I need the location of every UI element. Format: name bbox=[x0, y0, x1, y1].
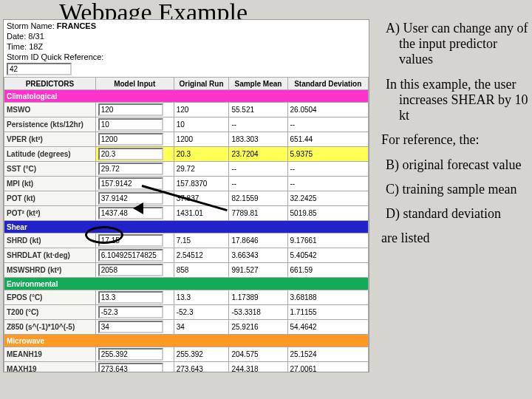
predictor-input[interactable] bbox=[98, 291, 163, 304]
predictor-value: -- bbox=[229, 117, 287, 132]
predictor-input[interactable] bbox=[98, 363, 163, 372]
predictor-input[interactable] bbox=[98, 103, 163, 116]
predictor-value: 1200 bbox=[174, 132, 229, 147]
table-row: SHRD (kt)7.1517.86469.17661 bbox=[4, 233, 369, 248]
predictor-name: Z850 (s^(-1)*10^(-5) bbox=[4, 320, 96, 335]
col-predictors: PREDICTORS bbox=[4, 78, 96, 90]
bullet-a: A) User can change any of the input pred… bbox=[375, 21, 529, 68]
table-row: Latitude (degrees)20.323.72045.9375 bbox=[4, 147, 369, 162]
predictor-value: 29.72 bbox=[174, 162, 229, 177]
predictor-value: 5.40542 bbox=[287, 248, 368, 263]
predictor-value: 32.2425 bbox=[287, 191, 368, 206]
predictor-value: -52.3 bbox=[174, 305, 229, 320]
predictor-value: 23.7204 bbox=[229, 147, 287, 162]
section-shear: Shear bbox=[4, 221, 369, 233]
bullet-example: In this example, the user increases SHEA… bbox=[375, 77, 529, 124]
predictor-table: PREDICTORS Model Input Original Run Samp… bbox=[4, 77, 369, 372]
section-climatological: Climatological bbox=[4, 90, 369, 103]
table-row: Persistence (kts/12hr)10---- bbox=[4, 117, 369, 132]
predictor-name: T200 (°C) bbox=[4, 305, 96, 320]
predictor-value: 244.318 bbox=[229, 362, 287, 373]
predictor-input[interactable] bbox=[98, 192, 163, 205]
predictor-value: -- bbox=[229, 177, 287, 191]
predictor-input[interactable] bbox=[98, 207, 163, 219]
section-micro: Microwave bbox=[4, 335, 369, 347]
col-model-input: Model Input bbox=[95, 78, 174, 90]
predictor-value: 5.9375 bbox=[287, 147, 368, 162]
predictor-value: 991.527 bbox=[229, 263, 287, 278]
predictor-input[interactable] bbox=[98, 148, 163, 160]
table-header-row: PREDICTORS Model Input Original Run Samp… bbox=[4, 78, 369, 90]
time-label: Time: bbox=[7, 42, 27, 51]
table-row: MSWO12055.52126.0504 bbox=[4, 103, 369, 117]
predictor-value: 54.4642 bbox=[287, 320, 368, 335]
predictor-value: 2.54512 bbox=[174, 248, 229, 263]
col-original-run: Original Run bbox=[174, 78, 229, 90]
slide-panel: Webpage Example A B C D Storm Name: FRAN… bbox=[0, 0, 532, 399]
predictor-input[interactable] bbox=[98, 306, 163, 318]
predictor-input[interactable] bbox=[98, 118, 163, 131]
predictor-value: -53.3318 bbox=[229, 305, 287, 320]
predictor-value: -- bbox=[287, 117, 368, 132]
col-sample-mean: Sample Mean bbox=[229, 78, 287, 90]
table-row: MAXH19273.643244.31827.0061 bbox=[4, 362, 369, 373]
predictor-name: SHRD (kt) bbox=[4, 233, 96, 248]
predictor-name: SST (°C) bbox=[4, 162, 96, 177]
predictor-name: Latitude (degrees) bbox=[4, 147, 96, 162]
predictor-name: MSWSHRD (kt²) bbox=[4, 263, 96, 278]
predictor-name: MEANH19 bbox=[4, 347, 96, 362]
predictor-value: 9.17661 bbox=[287, 233, 368, 248]
predictor-value: 255.392 bbox=[174, 347, 229, 362]
storm-name-value: FRANCES bbox=[57, 21, 96, 30]
table-row: VPER (kt²)1200183.303651.44 bbox=[4, 132, 369, 147]
predictor-value: 25.9216 bbox=[229, 320, 287, 335]
col-std-dev: Standard Deviation bbox=[287, 78, 368, 90]
table-row: EPOS (°C)13.31.173893.68188 bbox=[4, 290, 369, 305]
predictor-input[interactable] bbox=[98, 264, 163, 276]
predictor-name: MSWO bbox=[4, 103, 96, 117]
predictor-name: EPOS (°C) bbox=[4, 290, 96, 305]
date-value: 8/31 bbox=[28, 32, 44, 41]
predictor-name: POT² (kt²) bbox=[4, 206, 96, 221]
predictor-name: SHRDLAT (kt·deg) bbox=[4, 248, 96, 263]
date-label: Date: bbox=[7, 32, 26, 41]
predictor-input[interactable] bbox=[98, 249, 163, 262]
predictor-value: 10 bbox=[174, 117, 229, 132]
predictor-input[interactable] bbox=[98, 133, 163, 146]
predictor-value: 17.8646 bbox=[229, 233, 287, 248]
bullet-d: D) standard deviation bbox=[375, 206, 529, 222]
predictor-name: Persistence (kts/12hr) bbox=[4, 117, 96, 132]
predictor-value: 7.15 bbox=[174, 233, 229, 248]
explanation-panel: A) User can change any of the input pred… bbox=[369, 16, 531, 386]
predictor-value: 3.66343 bbox=[229, 248, 287, 263]
predictor-input[interactable] bbox=[98, 348, 163, 361]
predictor-value: 183.303 bbox=[229, 132, 287, 147]
table-row: Z850 (s^(-1)*10^(-5)3425.921654.4642 bbox=[4, 320, 369, 335]
predictor-value: 1.71155 bbox=[287, 305, 368, 320]
webpage-screenshot: Storm Name: FRANCES Date: 8/31 Time: 18Z… bbox=[3, 19, 369, 372]
predictor-name: POT (kt) bbox=[4, 191, 96, 206]
predictor-input[interactable] bbox=[98, 163, 163, 175]
stormid-input[interactable] bbox=[7, 63, 72, 75]
predictor-value: 1.17389 bbox=[229, 290, 287, 305]
predictor-value: 858 bbox=[174, 263, 229, 278]
predictor-name: MPI (kt) bbox=[4, 177, 96, 191]
predictor-value: 26.0504 bbox=[287, 103, 368, 117]
predictor-value: 3.68188 bbox=[287, 290, 368, 305]
predictor-value: 273.643 bbox=[174, 362, 229, 373]
arrow-head-icon bbox=[133, 202, 143, 214]
highlight-circle-icon bbox=[85, 226, 123, 244]
bullet-listed: are listed bbox=[375, 231, 529, 246]
table-row: SST (°C)29.72---- bbox=[4, 162, 369, 177]
storm-name-label: Storm Name: bbox=[7, 21, 55, 30]
predictor-value: -- bbox=[229, 162, 287, 177]
predictor-value: 55.521 bbox=[229, 103, 287, 117]
table-row: SHRDLAT (kt·deg)2.545123.663435.40542 bbox=[4, 248, 369, 263]
predictor-value: -- bbox=[287, 177, 368, 191]
table-row: MEANH19255.392204.57525.1524 bbox=[4, 347, 369, 362]
predictor-value: 25.1524 bbox=[287, 347, 368, 362]
predictor-value: -- bbox=[287, 162, 368, 177]
time-value: 18Z bbox=[29, 42, 43, 51]
predictor-input[interactable] bbox=[98, 321, 163, 333]
bullet-c: C) training sample mean bbox=[375, 182, 529, 197]
